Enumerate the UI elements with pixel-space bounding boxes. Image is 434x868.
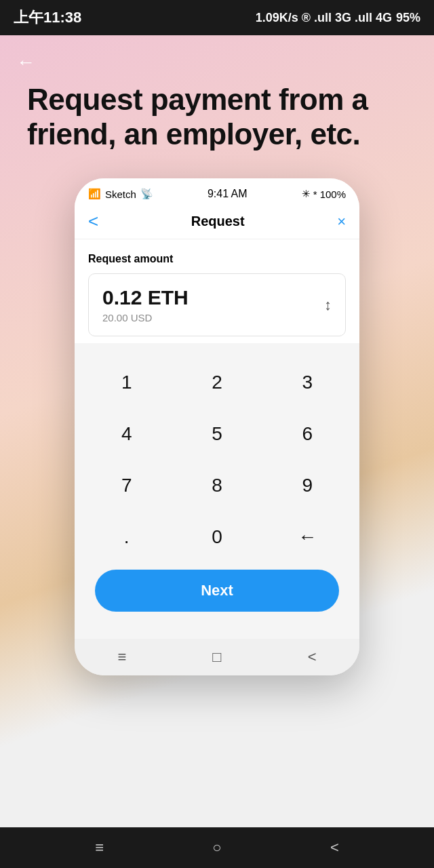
status-bar: 上午11:38 1.09K/s ® .ull 3G .ull 4G 95%: [0, 0, 434, 35]
phone-nav-title: Request: [191, 214, 245, 229]
numpad-key-7[interactable]: 7: [81, 460, 172, 511]
next-button[interactable]: Next: [95, 570, 339, 612]
device-home-button[interactable]: ○: [212, 839, 221, 856]
phone-time: 9:41 AM: [208, 188, 248, 200]
numpad-key-backspace[interactable]: ←: [262, 511, 353, 563]
battery-info: 95%: [396, 11, 420, 25]
headline-text: Request payment from a friend, an employ…: [27, 83, 407, 151]
request-amount-section: Request amount 0.12 ETH 20.00 USD ↕: [75, 239, 359, 343]
numpad-key-1[interactable]: 1: [81, 357, 172, 408]
numpad-area: 123456789.0← Next: [75, 343, 359, 639]
phone-back-button[interactable]: <: [88, 211, 98, 232]
crypto-amount: 0.12 ETH: [102, 286, 189, 309]
phone-battery: ✳ * 100%: [302, 188, 346, 200]
fiat-amount: 20.00 USD: [102, 312, 189, 323]
network-info: 1.09K/s ® .ull 3G .ull 4G: [256, 11, 392, 25]
bluetooth-icon: ✳: [302, 188, 311, 200]
battery-label: * 100%: [313, 189, 346, 200]
numpad-key-6[interactable]: 6: [262, 408, 353, 460]
numpad-key-5[interactable]: 5: [172, 408, 262, 460]
phone-mockup: 📶 Sketch 📡 9:41 AM ✳ * 100% < Request × …: [75, 178, 359, 675]
device-menu-button[interactable]: ≡: [95, 839, 104, 856]
sketch-label: Sketch: [105, 189, 136, 200]
phone-status-left: 📶 Sketch 📡: [88, 188, 153, 200]
phone-bottom-bar: ≡ □ <: [75, 639, 359, 675]
phone-nav-bar: < Request ×: [75, 204, 359, 239]
main-area: ← Request payment from a friend, an empl…: [0, 35, 434, 827]
device-bottom-nav: ≡ ○ <: [0, 827, 434, 868]
phone-home-button[interactable]: □: [212, 648, 221, 666]
back-button[interactable]: ←: [16, 52, 35, 73]
amount-box: 0.12 ETH 20.00 USD ↕: [88, 273, 346, 336]
device-back-button[interactable]: <: [330, 839, 339, 856]
amount-values: 0.12 ETH 20.00 USD: [102, 286, 189, 323]
status-time: 上午11:38: [14, 7, 81, 28]
phone-close-button[interactable]: ×: [337, 213, 346, 231]
numpad-key-dot[interactable]: .: [81, 511, 172, 563]
swap-currency-button[interactable]: ↕: [324, 296, 332, 314]
numpad-key-2[interactable]: 2: [172, 357, 262, 408]
phone-status-bar: 📶 Sketch 📡 9:41 AM ✳ * 100%: [75, 178, 359, 204]
numpad-key-0[interactable]: 0: [172, 511, 262, 563]
status-icons: 1.09K/s ® .ull 3G .ull 4G 95%: [256, 11, 420, 25]
phone-menu-button[interactable]: ≡: [118, 648, 127, 666]
wifi-icon: 📡: [140, 188, 153, 200]
phone-back-nav-button[interactable]: <: [308, 648, 317, 666]
signal-bars-icon: 📶: [88, 188, 101, 200]
numpad-key-9[interactable]: 9: [262, 460, 353, 511]
headline-section: Request payment from a friend, an employ…: [0, 83, 434, 151]
request-amount-label: Request amount: [88, 253, 346, 265]
numpad-key-4[interactable]: 4: [81, 408, 172, 460]
numpad-key-8[interactable]: 8: [172, 460, 262, 511]
numpad-key-3[interactable]: 3: [262, 357, 353, 408]
numpad-grid: 123456789.0←: [81, 357, 353, 563]
